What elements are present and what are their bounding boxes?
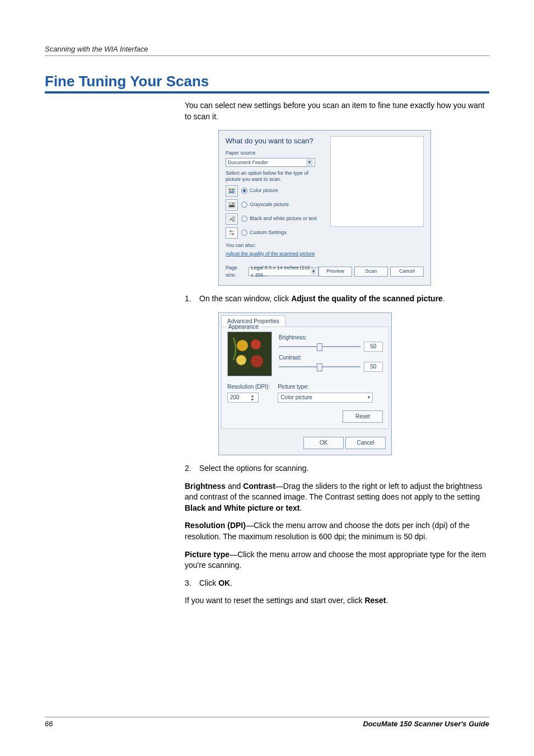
svg-rect-16: [232, 233, 233, 235]
paper-source-value: Document Feeder: [228, 159, 268, 166]
step-number-2: 2.: [185, 463, 199, 474]
svg-rect-5: [229, 203, 231, 204]
scan-button[interactable]: Scan: [354, 267, 388, 277]
radio-custom-label: Custom Settings: [250, 229, 287, 236]
page-size-value: Legal 8.5 x 14 inches (216 x 356...: [251, 264, 311, 278]
grayscale-picture-icon: [226, 199, 238, 211]
figure-scan-dialog: What do you want to scan? Paper source D…: [218, 130, 489, 286]
picture-type-value: Color picture: [280, 394, 312, 402]
color-picture-icon: [226, 185, 238, 197]
reset-button[interactable]: Reset: [343, 410, 383, 423]
adjust-quality-link[interactable]: Adjust the quality of the scanned pictur…: [226, 251, 315, 256]
brightness-label: Brightness:: [279, 334, 383, 342]
slider-thumb-icon: [317, 343, 322, 351]
footer-guide-title: DocuMate 150 Scanner User's Guide: [363, 720, 489, 728]
contrast-slider[interactable]: [279, 366, 360, 367]
running-header: Scanning with the WIA Interface: [45, 45, 489, 56]
svg-rect-14: [230, 230, 231, 232]
cancel-button[interactable]: Cancel: [390, 267, 424, 277]
chevron-down-icon: ▾: [368, 394, 370, 400]
radio-dot-icon: [241, 230, 247, 236]
brightness-slider[interactable]: [279, 346, 360, 347]
picture-type-paragraph: Picture type—Click the menu arrow and ch…: [185, 549, 489, 571]
chevron-down-icon: ▾: [306, 159, 313, 165]
svg-point-18: [237, 340, 248, 351]
page-size-select[interactable]: Legal 8.5 x 14 inches (216 x 356... ▾: [249, 267, 318, 276]
radio-dot-icon: [241, 188, 247, 194]
page-size-label: Page size:: [226, 264, 246, 278]
radio-custom-settings[interactable]: Custom Settings: [226, 227, 424, 239]
svg-rect-1: [229, 189, 231, 190]
step-2-text: Select the options for scanning.: [199, 463, 489, 474]
page-title: Fine Tuning Your Scans: [45, 73, 489, 94]
scan-help-text: Select an option below for the type of p…: [226, 170, 318, 183]
resolution-value: 200: [230, 394, 240, 402]
resolution-paragraph: Resolution (DPI)—Click the menu arrow an…: [185, 520, 489, 542]
appearance-thumbnail: [227, 332, 272, 376]
radio-dot-icon: [241, 216, 247, 222]
step-3-text: Click OK.: [199, 578, 489, 589]
slider-thumb-icon: [317, 363, 322, 371]
you-can-also-label: You can also:: [226, 242, 424, 249]
cancel-button[interactable]: Cancel: [345, 437, 386, 449]
resolution-spinner[interactable]: 200 ▲▼: [227, 393, 259, 403]
paper-source-select[interactable]: Document Feeder ▾: [226, 158, 315, 167]
radio-gray-label: Grayscale picture: [250, 201, 289, 208]
page-number: 66: [45, 720, 53, 728]
svg-point-19: [251, 339, 261, 349]
svg-point-20: [236, 355, 246, 365]
brightness-contrast-paragraph: Brightness and Contrast—Drag the sliders…: [185, 481, 489, 514]
brightness-value[interactable]: 50: [364, 342, 383, 352]
step-1-text: On the scan window, click Adjust the qua…: [199, 293, 489, 305]
resolution-label: Resolution (DPI):: [227, 383, 270, 391]
figure-advanced-properties: Advanced Properties Appearance: [218, 312, 489, 455]
intro-paragraph: You can select new settings before you s…: [185, 100, 489, 122]
svg-rect-3: [229, 191, 235, 193]
contrast-value[interactable]: 50: [364, 362, 383, 372]
picture-type-select[interactable]: Color picture ▾: [278, 393, 373, 403]
preview-button[interactable]: Preview: [318, 267, 352, 277]
svg-rect-6: [232, 203, 235, 204]
step-number-1: 1.: [185, 293, 199, 305]
svg-point-21: [251, 355, 263, 367]
contrast-label: Contrast:: [279, 354, 383, 362]
svg-rect-7: [229, 205, 235, 207]
custom-settings-icon: [226, 227, 238, 239]
appearance-group-label: Appearance: [226, 323, 261, 331]
reset-paragraph: If you want to reset the settings and st…: [185, 595, 489, 606]
ok-button[interactable]: OK: [303, 437, 344, 449]
svg-rect-2: [232, 189, 235, 190]
picture-type-label: Picture type:: [278, 383, 383, 391]
step-number-3: 3.: [185, 578, 199, 589]
bw-text-icon: A: [226, 213, 238, 225]
radio-color-label: Color picture: [250, 187, 278, 194]
preview-area: [330, 136, 424, 227]
radio-bw-label: Black and white picture or text: [250, 215, 317, 222]
chevron-down-icon: ▾: [311, 268, 316, 274]
spinner-arrows-icon: ▲▼: [249, 394, 256, 402]
radio-dot-icon: [241, 202, 247, 208]
